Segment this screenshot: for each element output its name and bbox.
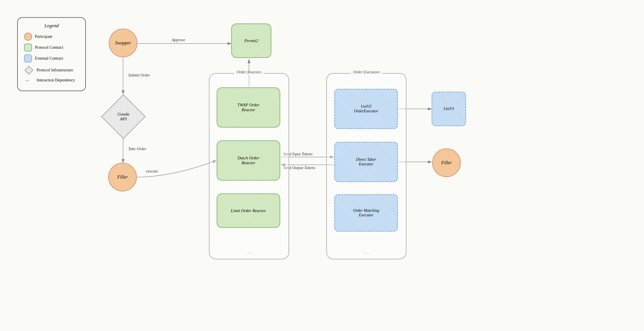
direct-taker-executor-node: Direct TakerExecutor [334,142,398,182]
legend-item-arrow: Interaction Dependency [24,78,79,83]
order-executors-label: Order Executors [351,70,382,75]
legend-item-participant: Participant [24,33,79,41]
gouda-api-diamond: GoudaAPI [101,94,146,139]
diagram-arrows [0,0,644,331]
dutch-reactor-node: Dutch OrderReactor [217,140,280,181]
legend: Legend Participant Protocol Contract Ext… [17,17,86,91]
univ3-executor-node: UniV3OrderExecutor [334,89,398,129]
label-submit-order: Submit Order [128,73,150,78]
filler-right-node: Filler [432,148,461,177]
label-execute: execute [146,169,158,174]
gouda-api-node: GoudaAPI [101,94,146,139]
swapper-node: Swapper [109,29,137,57]
order-reactors-label: Order Reactors [234,70,264,75]
univ3-node: UniV3 [432,92,466,126]
legend-label-protocol: Protocol Contract [35,45,63,50]
legend-item-infra: Protocol Infrastructure [24,65,79,75]
arrow-icon [24,78,34,83]
permit2-node: Permit2 [231,23,271,58]
infra-icon [24,66,33,75]
label-approve: Approve [172,38,185,42]
legend-label-external: External Contract [35,56,63,61]
filler-left-node: Filler [108,163,137,191]
legend-label-participant: Participant [35,34,52,39]
legend-title: Legend [24,23,79,29]
legend-item-protocol: Protocol Contract [24,44,79,52]
legend-label-arrow: Interaction Dependency [37,78,75,83]
external-icon [24,54,32,62]
label-take-order: Take Order [128,147,146,151]
twap-reactor-node: TWAP OrderReactor [217,87,280,128]
legend-label-infra: Protocol Infrastructure [37,68,73,73]
protocol-icon [24,44,32,52]
order-matching-executor-node: Order MatchingExecutor [334,194,398,232]
legend-item-external: External Contract [24,54,79,62]
participant-icon [24,33,32,41]
limit-reactor-node: Limit Order Reactor [217,193,280,228]
